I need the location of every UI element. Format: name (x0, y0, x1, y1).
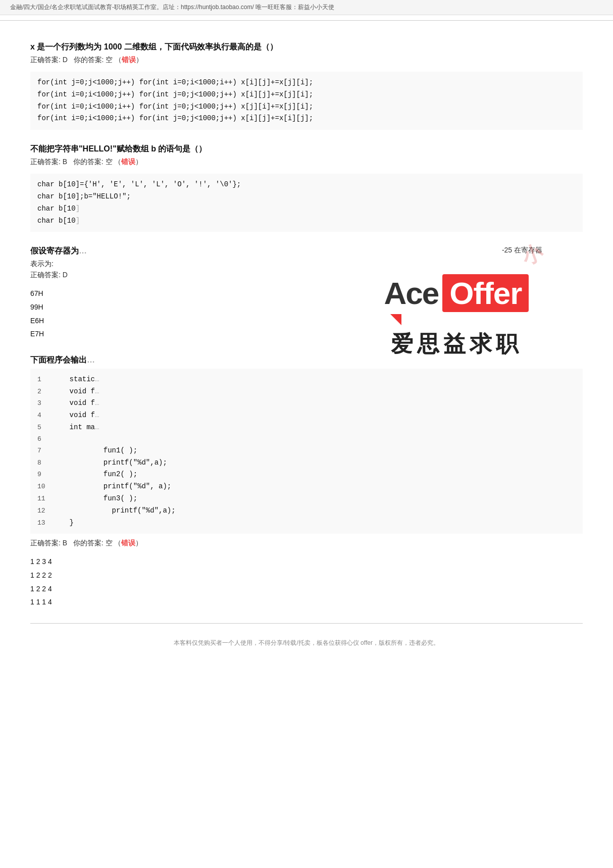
code-line-12: 12 printf("%d",a); (30, 505, 583, 517)
bottom-divider (30, 623, 583, 624)
question-2-answer: 正确答案: B 你的答案: 空 （错误） (30, 158, 583, 167)
question-3-title: 假设寄存器为… (30, 246, 87, 257)
code-line-1: 1 static… (30, 374, 583, 386)
question-1-answer: 正确答案: D 你的答案: 空 （错误） (30, 56, 583, 65)
question-4-title: 下面程序会输出… (30, 355, 583, 366)
question-1-title: x 是一个行列数均为 1000 二维数组，下面代码效率执行最高的是（） (30, 42, 583, 53)
question-3-answer: 正确答案: D (30, 271, 87, 280)
question-4-answer: 正确答案: B 你的答案: 空 （错误） (30, 539, 583, 548)
top-bar: 金融/四大/国企/名企求职笔试面试教育-职场精英工作室。店址：https://h… (0, 0, 613, 15)
question-2-title: 不能把字符串"HELLO!"赋给数组 b 的语句是（） (30, 144, 583, 155)
question-3-section: 假设寄存器为… 表示为: 正确答案: D -25 在寄存器 小 67H 99H … (30, 246, 583, 340)
question-4-output-options: 1 2 3 4 1 2 2 2 1 2 2 4 1 1 1 4 (30, 555, 583, 608)
question-3-left: 假设寄存器为… 表示为: 正确答案: D (30, 246, 87, 287)
code-line-3: 3 void f… (30, 397, 583, 410)
question-3-sub: 表示为: (30, 260, 87, 269)
question-1-section: x 是一个行列数均为 1000 二维数组，下面代码效率执行最高的是（） 正确答案… (30, 42, 583, 130)
code-line-7: 7 fun1( ); (30, 445, 583, 457)
code-line-5: 5 int ma… (30, 422, 583, 434)
question-3-options: 67H 99H E6H E7H (30, 287, 583, 340)
footer: 本客料仅凭购买者一个人使用，不得分享/转载/托卖，板各位获得心仪 offer，版… (30, 639, 583, 657)
code-line-6: 6 (30, 434, 583, 445)
code-line-13: 13 } (30, 517, 583, 529)
code-line-2: 2 void f… (30, 386, 583, 398)
question-2-code: char b[10]={'H', 'E', 'L', 'L', 'O', '!'… (30, 174, 583, 232)
question-3-right-note: -25 在寄存器 (502, 246, 542, 255)
question-4-section: 下面程序会输出… 1 static… 2 void f… 3 void f… 4… (30, 355, 583, 609)
question-1-code: for(int j=0;j<1000;j++) for(int i=0;i<10… (30, 72, 583, 130)
top-bar-text: 金融/四大/国企/名企求职笔试面试教育-职场精英工作室。店址：https://h… (10, 3, 334, 12)
top-divider (0, 20, 613, 21)
question-3-row: 假设寄存器为… 表示为: 正确答案: D -25 在寄存器 (30, 246, 583, 287)
question-4-code: 1 static… 2 void f… 3 void f… 4 void f… … (30, 369, 583, 534)
code-line-4: 4 void f… (30, 410, 583, 422)
main-content: x 是一个行列数均为 1000 二维数组，下面代码效率执行最高的是（） 正确答案… (0, 30, 613, 678)
code-line-8: 8 printf("%d",a); (30, 457, 583, 469)
question-2-section: 不能把字符串"HELLO!"赋给数组 b 的语句是（） 正确答案: B 你的答案… (30, 144, 583, 232)
code-line-10: 10 printf("%d", a); (30, 481, 583, 493)
code-line-11: 11 fun3( ); (30, 493, 583, 505)
code-line-9: 9 fun2( ); (30, 469, 583, 481)
